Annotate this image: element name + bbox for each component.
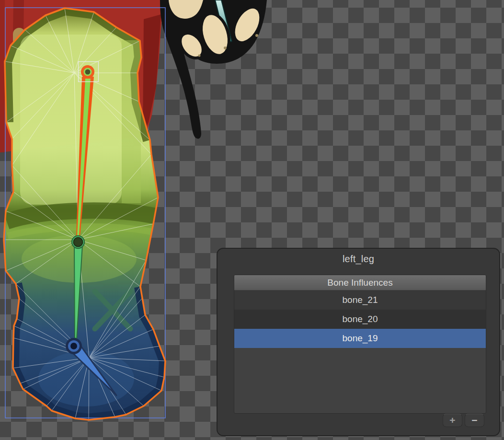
list-item-bone-20[interactable]: bone_20 <box>234 310 486 329</box>
add-bone-button[interactable]: + <box>443 414 462 427</box>
skinning-editor-viewport: { "panel": { "title": "left_leg", "list"… <box>0 0 504 440</box>
hand-artwork <box>160 0 267 139</box>
list-header: Bone Influences <box>234 275 486 290</box>
vertex-selection-box[interactable] <box>79 62 99 82</box>
cape-shadow <box>143 14 161 134</box>
remove-bone-button[interactable]: − <box>465 414 484 427</box>
bone-influences-panel: left_leg Bone Influences bone_21 bone_20… <box>217 248 500 436</box>
list-button-bar: + − <box>443 414 484 427</box>
panel-title: left_leg <box>218 249 499 264</box>
plus-icon: + <box>449 415 455 426</box>
minus-icon: − <box>471 415 477 426</box>
bone-mid-joint[interactable] <box>74 238 83 247</box>
list-item-bone-21[interactable]: bone_21 <box>234 290 486 310</box>
bone-influences-list: Bone Influences bone_21 bone_20 bone_19 <box>234 275 486 414</box>
list-item-bone-19[interactable]: bone_19 <box>234 329 486 348</box>
